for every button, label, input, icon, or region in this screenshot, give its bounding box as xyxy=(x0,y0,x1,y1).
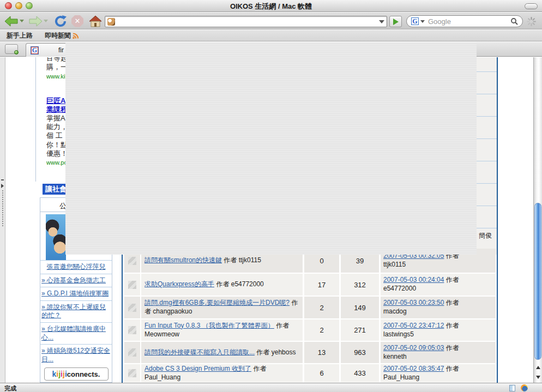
table-row: 求助Quarkxpress的高手 作者 e54772000 17 312 200… xyxy=(124,274,497,297)
last-post-date-link[interactable]: 2007-05-03 00:23:50 xyxy=(383,299,444,306)
loading-throbber-icon xyxy=(527,17,536,26)
topic-author: e54772000 xyxy=(231,280,264,288)
kijiji-logo[interactable]: kijijiconnects. xyxy=(44,367,109,381)
views-count: 271 xyxy=(341,319,379,341)
topic-author: changpaokuo xyxy=(153,307,192,315)
forward-history-dropdown[interactable] xyxy=(44,20,48,22)
google-engine-icon: G xyxy=(411,17,419,25)
ad2-title-link[interactable]: 巨匠A xyxy=(46,97,65,105)
search-icon xyxy=(510,17,518,25)
search-bar[interactable]: G xyxy=(406,15,523,27)
ad-column-border xyxy=(35,57,36,182)
search-engine-dropdown-icon[interactable] xyxy=(420,20,425,23)
table-border-right xyxy=(497,57,498,383)
up-arrow-icon xyxy=(536,366,540,369)
scrollbar-up-button[interactable] xyxy=(534,363,542,372)
last-post-author: lastwings5 xyxy=(383,330,414,338)
bookmark-item-1[interactable]: 新手上路 xyxy=(7,31,33,40)
charity-link[interactable]: » 台北媒體識讀推廣中心... xyxy=(41,325,106,341)
topic-status-icon xyxy=(128,257,136,265)
views-count: 312 xyxy=(341,274,379,295)
firefox-icon[interactable] xyxy=(521,384,528,391)
url-input[interactable] xyxy=(118,18,377,26)
charity-link[interactable]: » 靖娟急徵512交通安全日... xyxy=(41,347,110,363)
author-label: 作者 xyxy=(446,322,459,329)
author-label: 作者 xyxy=(446,276,459,284)
forward-button[interactable] xyxy=(28,14,48,28)
topic-link[interactable]: 請問有關smultron的快速鍵 xyxy=(144,256,222,264)
charity-link[interactable]: » 心路基金會急徵志工 xyxy=(41,276,106,284)
views-count: 963 xyxy=(341,342,379,363)
table-row: Fun Input Toy 0.8.3 （我也製作了繁體界面） 作者 Meowm… xyxy=(124,319,497,342)
author-label: 作者 xyxy=(256,348,269,356)
author-label: 作者 xyxy=(216,280,229,288)
scrollbar-thumb[interactable] xyxy=(534,203,541,360)
author-label: 作者 xyxy=(446,365,459,372)
stop-icon: ✕ xyxy=(71,15,83,27)
back-button[interactable] xyxy=(4,14,24,28)
reload-button[interactable] xyxy=(54,14,67,28)
tab-favicon-icon: G xyxy=(31,46,39,55)
table-row: 請問我的外接硬碟不能寫入只能讀取... 作者 yehboss 13 963 20… xyxy=(124,342,497,364)
author-label: 作者 xyxy=(253,365,266,372)
topic-author: Paul_Huang xyxy=(144,373,180,381)
topic-status-icon xyxy=(128,281,136,289)
last-post-author: e54772000 xyxy=(383,285,416,292)
topic-link[interactable]: 求助Quarkxpress的高手 xyxy=(144,280,214,288)
extension-status-icon[interactable] xyxy=(509,385,515,391)
topic-author: Meowmeow xyxy=(144,330,179,338)
views-count: 433 xyxy=(341,364,379,382)
list-item: » 心路基金會急徵志工 xyxy=(40,274,112,287)
address-bar[interactable] xyxy=(105,16,387,27)
last-post-date-link[interactable]: 2007-05-02 09:05:03 xyxy=(383,344,444,352)
topic-status-icon xyxy=(128,304,136,312)
title-bar: OIKOS 生活網 / Mac 軟體 xyxy=(0,0,542,12)
ad2-title-link[interactable]: 業課程 xyxy=(46,105,68,113)
table-row: Adobe CS 3 Design Premium 收到了 作者 Paul_Hu… xyxy=(124,364,497,383)
topic-author: ttjk0115 xyxy=(239,256,261,264)
go-button[interactable] xyxy=(389,16,402,27)
replies-count: 13 xyxy=(304,342,339,363)
session-tray-button[interactable] xyxy=(5,44,18,54)
url-dropdown-icon[interactable] xyxy=(379,20,384,23)
charity-link[interactable]: » G.D.P.I 濕地偵搜軍團 xyxy=(41,290,109,297)
splitter-dash-icon xyxy=(1,179,4,180)
status-text: 完成 xyxy=(4,384,16,392)
status-bar: 完成 xyxy=(0,383,542,392)
views-count: 149 xyxy=(341,297,379,318)
topic-link[interactable]: Adobe CS 3 Design Premium 收到了 xyxy=(144,365,251,372)
topic-link[interactable]: 請問.dmg裡有6GB多,要如何壓縮燒成一片DVD呢? xyxy=(144,299,290,306)
navigation-toolbar: ✕ G xyxy=(0,13,542,29)
bookmark-item-2[interactable]: 即時新聞 xyxy=(45,31,79,40)
blank-loading-overlay xyxy=(65,42,477,255)
scrollbar-down-button[interactable] xyxy=(534,372,542,382)
home-button[interactable] xyxy=(89,14,102,28)
replies-count: 6 xyxy=(304,364,339,382)
splitter-arrow-icon xyxy=(1,184,4,188)
ad2-url[interactable]: www.pc xyxy=(46,159,67,166)
vertical-scrollbar[interactable] xyxy=(533,57,542,383)
topic-status-icon xyxy=(128,326,136,334)
author-label: 作者 xyxy=(224,256,237,264)
back-history-dropdown[interactable] xyxy=(20,20,24,22)
list-item: » 誰說你幫不上遲緩兒的忙？ xyxy=(40,300,112,322)
topic-link[interactable]: Fun Input Toy 0.8.3 （我也製作了繁體界面） xyxy=(144,322,274,329)
ad1-url[interactable]: www.kik xyxy=(46,73,68,80)
bookmarks-toolbar: 新手上路 即時新聞 xyxy=(0,30,542,41)
last-post-date-link[interactable]: 2007-05-02 23:47:12 xyxy=(383,322,444,329)
splitter-grippy-icon xyxy=(2,190,3,226)
list-item: » 台北媒體識讀推廣中心... xyxy=(40,322,112,344)
stop-button[interactable]: ✕ xyxy=(71,14,83,28)
toolbar-toggle-pill-button[interactable] xyxy=(525,3,538,9)
search-input[interactable] xyxy=(428,17,510,26)
topic-link[interactable]: 請問我的外接硬碟不能寫入只能讀取... xyxy=(144,348,255,356)
window-title: OIKOS 生活網 / Mac 軟體 xyxy=(0,2,542,11)
table-row: 請問.dmg裡有6GB多,要如何壓縮燒成一片DVD呢? 作者 changpaok… xyxy=(124,297,497,319)
charity-feature-link[interactable]: 張震邀您關心浮萍兒 xyxy=(47,263,106,270)
back-arrow-icon xyxy=(4,16,19,27)
sidebar-splitter[interactable] xyxy=(0,57,5,383)
last-post-date-link[interactable]: 2007-05-03 00:24:04 xyxy=(383,276,444,284)
charity-link[interactable]: » 誰說你幫不上遲緩兒的忙？ xyxy=(41,303,106,319)
last-post-author: Paul_Huang xyxy=(383,373,419,381)
last-post-date-link[interactable]: 2007-05-02 08:35:47 xyxy=(383,365,444,372)
